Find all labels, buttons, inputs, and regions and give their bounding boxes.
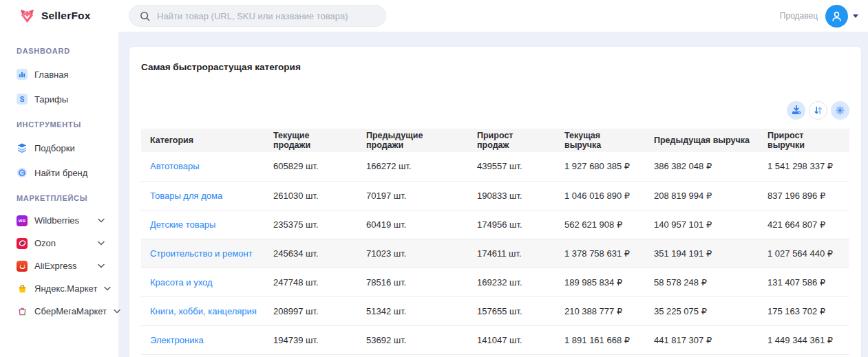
current-sales-cell: 194739 шт.	[264, 325, 357, 354]
column-header-current-sales: Текущие продажи	[264, 129, 357, 152]
sidebar-item-label: СберМегаМаркет	[34, 306, 107, 316]
user-role-label: Продавец	[780, 11, 818, 21]
previous-revenue-cell: 35 225 075 ₽	[645, 296, 759, 325]
user-avatar[interactable]	[825, 5, 848, 28]
previous-sales-cell: 166272 шт.	[357, 152, 468, 181]
revenue-growth-cell: 837 196 896 ₽	[759, 181, 849, 210]
sidebar-item-sbermegamarket[interactable]: СберМегаМаркет	[0, 300, 118, 323]
tariffs-icon: S	[17, 94, 28, 105]
current-revenue-cell: 189 985 834 ₽	[555, 268, 645, 296]
table-row: Товары для дома 261030 шт. 70197 шт. 190…	[141, 181, 849, 210]
sidebar-item-label: Wildberries	[34, 215, 79, 226]
top-bar: SellerFox Продавец	[0, 0, 868, 32]
sidebar-item-yandex-market[interactable]: Яндекс.Маркет	[0, 277, 118, 300]
sidebar-item-label: Яндекс.Маркет	[34, 283, 97, 294]
table-row: Строительство и ремонт 245634 шт. 71023 …	[141, 239, 849, 268]
category-cell: Строительство и ремонт	[141, 239, 264, 268]
sidebar-item-home[interactable]: Главная	[0, 62, 118, 87]
category-link[interactable]: Товары для дома	[150, 191, 222, 201]
previous-revenue-cell: 351 194 191 ₽	[645, 239, 759, 268]
sales-growth-cell: 174611 шт.	[468, 239, 555, 268]
revenue-growth-cell: 1 027 564 440 ₽	[759, 239, 849, 268]
table-row: Книги, хобби, канцелярия 208997 шт. 5134…	[141, 296, 849, 325]
category-link[interactable]: Книги, хобби, канцелярия	[150, 306, 257, 316]
revenue-growth-cell: 131 407 586 ₽	[759, 268, 849, 296]
category-link[interactable]: Электроника	[150, 335, 204, 345]
sidebar-item-label: Главная	[34, 69, 68, 80]
aliexpress-icon	[17, 261, 28, 272]
table-row: Электроника 194739 шт. 53692 шт. 141047 …	[141, 325, 849, 354]
sbermegamarket-icon	[17, 306, 28, 317]
search-input[interactable]	[157, 11, 376, 21]
sidebar-item-ozon[interactable]: Ozon	[0, 232, 118, 255]
previous-sales-cell: 71023 шт.	[357, 239, 468, 268]
sidebar-item-wildberries[interactable]: WB Wildberries	[0, 209, 118, 232]
home-chart-icon	[17, 69, 28, 80]
gear-icon	[834, 105, 846, 116]
revenue-growth-cell: 175 163 702 ₽	[759, 296, 849, 325]
sidebar-item-label: AliExpress	[34, 261, 76, 271]
chevron-down-icon[interactable]	[98, 263, 105, 268]
sidebar-item-label: Найти бренд	[34, 168, 87, 178]
category-cell: Автотовары	[141, 152, 264, 181]
current-sales-cell: 235375 шт.	[264, 210, 357, 239]
table-toolbar	[141, 100, 849, 120]
previous-sales-cell: 70197 шт.	[357, 181, 468, 210]
chevron-down-icon[interactable]	[114, 309, 120, 314]
current-revenue-cell: 1 891 161 668 ₽	[555, 325, 645, 354]
sellerfox-fox-icon	[19, 8, 36, 25]
category-link[interactable]: Автотовары	[150, 161, 200, 171]
sidebar-item-label: Тарифы	[34, 94, 68, 105]
download-button[interactable]	[787, 101, 805, 120]
category-cell: Товары для дома	[141, 181, 264, 210]
sales-growth-cell: 169232 шт.	[468, 268, 555, 296]
brand-search-icon	[17, 167, 28, 178]
sidebar-item-find-brand[interactable]: Найти бренд	[0, 160, 118, 185]
sales-growth-cell: 174956 шт.	[468, 210, 555, 239]
category-link[interactable]: Красота и уход	[150, 277, 213, 288]
current-sales-cell: 605829 шт.	[264, 152, 357, 181]
sales-growth-cell: 439557 шт.	[468, 152, 555, 181]
previous-sales-cell: 51342 шт.	[357, 296, 468, 325]
category-link[interactable]: Строительство и ремонт	[150, 248, 253, 259]
current-revenue-cell: 1 378 758 631 ₽	[555, 239, 645, 268]
previous-sales-cell: 53692 шт.	[357, 325, 468, 354]
revenue-growth-cell: 1 449 344 361 ₽	[759, 325, 849, 354]
category-cell: Детские товары	[141, 210, 264, 239]
search-bar[interactable]	[129, 5, 386, 27]
logo[interactable]: SellerFox	[19, 8, 114, 25]
sidebar-item-aliexpress[interactable]: AliExpress	[0, 255, 118, 277]
previous-revenue-cell: 441 817 307 ₽	[645, 325, 759, 354]
sidebar: DASHBOARD Главная S Тарифы ИНСТРУМЕНТЫ П…	[0, 32, 118, 357]
previous-revenue-cell: 386 382 048 ₽	[645, 152, 759, 181]
column-header-category: Категория	[141, 129, 264, 152]
previous-sales-cell: 78516 шт.	[357, 268, 468, 296]
column-header-sales-growth: Прирост продаж	[468, 129, 555, 152]
current-revenue-cell: 210 388 777 ₽	[555, 296, 645, 325]
search-icon	[139, 10, 151, 22]
previous-revenue-cell: 58 578 248 ₽	[645, 268, 759, 296]
settings-button[interactable]	[831, 101, 849, 120]
sales-growth-cell: 141047 шт.	[468, 325, 555, 354]
table-header: Категория Текущие продажи Предыдущие про…	[141, 129, 849, 152]
current-revenue-cell: 562 621 908 ₽	[555, 210, 645, 239]
previous-revenue-cell: 140 957 101 ₽	[645, 210, 759, 239]
table-row: Детские товары 235375 шт. 60419 шт. 1749…	[141, 210, 849, 239]
previous-revenue-cell: 208 819 994 ₽	[645, 181, 759, 210]
category-link[interactable]: Детские товары	[150, 219, 215, 230]
sidebar-item-label: Ozon	[34, 238, 56, 248]
sidebar-item-tariffs[interactable]: S Тарифы	[0, 87, 118, 111]
card-title: Самая быстрорастущая категория	[141, 62, 849, 72]
current-sales-cell: 261030 шт.	[264, 181, 357, 210]
chevron-down-icon[interactable]	[98, 218, 105, 223]
sidebar-section-marketplaces: МАРКЕТПЛЕЙСЫ	[0, 191, 118, 205]
table-body: Автотовары 605829 шт. 166272 шт. 439557 …	[141, 152, 849, 354]
download-icon	[791, 105, 802, 116]
current-sales-cell: 247748 шт.	[264, 268, 357, 296]
user-menu-caret-icon[interactable]	[853, 14, 858, 18]
sort-button[interactable]	[809, 101, 827, 120]
chevron-down-icon[interactable]	[104, 286, 111, 291]
sidebar-item-collections[interactable]: Подборки	[0, 136, 118, 160]
chevron-down-icon[interactable]	[98, 241, 105, 246]
categories-table: Категория Текущие продажи Предыдущие про…	[141, 129, 849, 355]
